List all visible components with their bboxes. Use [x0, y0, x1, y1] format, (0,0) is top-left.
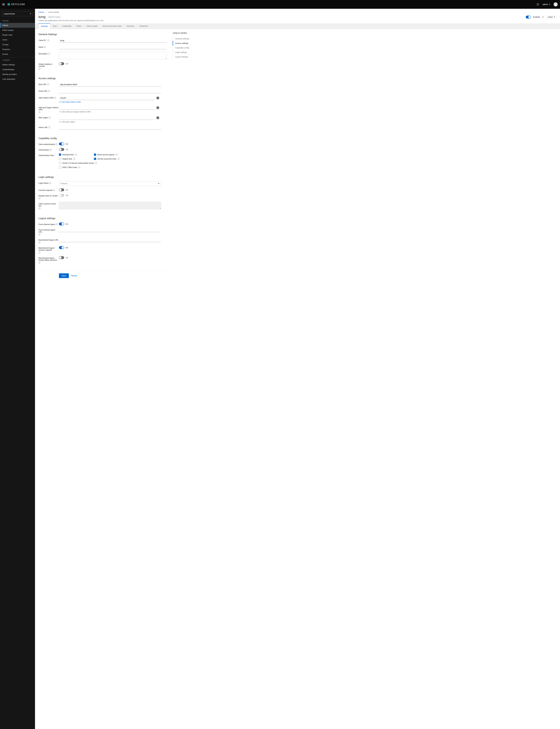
help-icon[interactable]: ? — [54, 97, 56, 99]
help-icon[interactable]: ? — [542, 16, 544, 18]
tab-service-accounts[interactable]: Service accounts roles — [100, 23, 124, 29]
name-input[interactable] — [59, 45, 167, 49]
help-icon[interactable]: ? — [73, 158, 75, 160]
tab-keys[interactable]: Keys — [50, 23, 59, 29]
service-accounts-checkbox[interactable]: ✓ — [94, 158, 96, 160]
caret-down-icon — [30, 13, 31, 14]
tab-advanced[interactable]: Advanced — [137, 23, 150, 29]
user-menu[interactable]: admin — [543, 3, 550, 6]
remove-redirect-button[interactable]: − — [156, 97, 159, 99]
authorization-toggle[interactable] — [59, 148, 64, 151]
help-icon[interactable]: ? — [56, 143, 57, 145]
help-icon[interactable]: ? — [39, 242, 40, 244]
tab-client-scopes[interactable]: Client scopes — [84, 23, 100, 29]
help-icon[interactable]: ? — [49, 117, 51, 119]
nav-events[interactable]: Events — [0, 52, 35, 57]
help-icon[interactable]: ? — [50, 149, 52, 151]
help-icon[interactable]: ? — [53, 189, 55, 191]
help-icon[interactable]: ? — [48, 53, 50, 55]
help-icon[interactable]: ? — [537, 3, 539, 6]
jump-logout[interactable]: Logout settings — [173, 55, 202, 59]
page-title: kong — [39, 15, 45, 19]
backchannel-url-input[interactable] — [59, 238, 161, 242]
help-icon[interactable]: ? — [39, 234, 40, 236]
help-icon[interactable]: ? — [39, 252, 40, 254]
help-icon[interactable]: ? — [75, 154, 77, 156]
home-url-input[interactable] — [59, 89, 161, 93]
jump-general[interactable]: General Settings — [173, 36, 202, 41]
admin-url-input[interactable] — [59, 126, 161, 130]
direct-access-checkbox[interactable]: ✓ — [94, 154, 96, 156]
web-origins-input[interactable] — [59, 116, 155, 120]
help-icon[interactable]: ? — [78, 166, 80, 168]
section-capability: Capability config Client authentication … — [39, 137, 167, 168]
nav-client-scopes[interactable]: Client scopes — [0, 28, 35, 33]
jump-capability[interactable]: Capability config — [173, 46, 202, 50]
help-icon[interactable]: ? — [48, 90, 50, 92]
post-logout-uri-input[interactable] — [59, 106, 155, 110]
tab-sessions[interactable]: Sessions — [124, 23, 137, 29]
front-channel-toggle[interactable] — [59, 223, 64, 226]
standard-flow-checkbox[interactable]: ✓ — [59, 154, 61, 156]
login-theme-select[interactable]: Choose... — [59, 181, 161, 186]
nav-identity-providers[interactable]: Identity providers — [0, 72, 35, 77]
redirect-uri-input[interactable] — [59, 96, 155, 100]
ciba-grant-checkbox[interactable] — [59, 166, 61, 168]
nav-clients[interactable]: Clients — [0, 23, 35, 28]
client-auth-toggle[interactable] — [59, 143, 64, 145]
section-access: Access settings Root URL ? Home URL ? Va… — [39, 77, 167, 130]
help-icon[interactable]: ? — [47, 83, 49, 85]
remove-web-origins-button[interactable]: − — [156, 116, 159, 119]
help-icon[interactable]: ? — [95, 162, 97, 164]
help-icon[interactable]: ? — [49, 182, 51, 184]
nav-section-manage: Manage — [0, 19, 35, 23]
consent-toggle[interactable] — [59, 188, 64, 191]
front-channel-url-input[interactable] — [59, 228, 161, 232]
save-button[interactable]: Save — [59, 273, 69, 278]
revert-button[interactable]: Revert — [71, 273, 77, 278]
display-client-toggle[interactable] — [59, 194, 64, 197]
add-redirect-link[interactable]: ⊕Add valid redirect URIs — [59, 101, 167, 103]
nav-user-federation[interactable]: User federation — [0, 77, 35, 82]
nav-authentication[interactable]: Authentication — [0, 67, 35, 72]
implicit-flow-checkbox[interactable] — [59, 158, 61, 160]
description-input[interactable] — [59, 52, 167, 59]
add-post-logout-link[interactable]: ⊕Add valid post logout redirect URIs — [59, 111, 167, 113]
help-icon[interactable]: ? — [39, 198, 40, 199]
breadcrumb-clients[interactable]: Clients — [39, 11, 44, 13]
nav-sessions[interactable]: Sessions — [0, 47, 35, 52]
help-icon[interactable]: ? — [39, 208, 40, 209]
menu-toggle-icon[interactable] — [2, 4, 5, 5]
device-grant-checkbox[interactable] — [59, 162, 61, 164]
backchannel-session-toggle[interactable] — [59, 246, 64, 249]
client-id-input[interactable] — [59, 39, 167, 43]
jump-login[interactable]: Login settings — [173, 50, 202, 55]
help-icon[interactable]: ? — [48, 126, 50, 128]
jump-access[interactable]: Access settings — [173, 41, 202, 46]
realm-selector[interactable]: experimental — [2, 11, 33, 16]
nav-groups[interactable]: Groups — [0, 42, 35, 47]
help-icon[interactable]: ? — [39, 68, 40, 70]
tab-credentials[interactable]: Credentials — [59, 23, 74, 29]
root-url-input[interactable] — [59, 83, 161, 87]
enabled-toggle[interactable] — [526, 16, 531, 19]
help-icon[interactable]: ? — [39, 262, 40, 264]
tab-roles[interactable]: Roles — [74, 23, 84, 29]
nav-realm-settings[interactable]: Realm settings — [0, 62, 35, 67]
help-icon[interactable]: ? — [47, 39, 49, 41]
help-icon[interactable]: ? — [44, 46, 46, 48]
action-dropdown[interactable]: Action — [546, 15, 557, 19]
help-icon[interactable]: ? — [116, 154, 118, 156]
help-icon[interactable]: ? — [39, 111, 40, 113]
always-display-toggle[interactable] — [59, 62, 64, 65]
nav-realm-roles[interactable]: Realm roles — [0, 33, 35, 37]
avatar[interactable] — [554, 2, 558, 6]
nav-users[interactable]: Users — [0, 37, 35, 42]
backchannel-revoke-toggle[interactable] — [59, 256, 64, 259]
section-title-general: General Settings — [39, 33, 167, 36]
remove-post-logout-button[interactable]: − — [156, 106, 159, 109]
help-icon[interactable]: ? — [56, 223, 58, 225]
tab-settings[interactable]: Settings — [39, 23, 50, 29]
add-web-origins-link[interactable]: ⊕Add web origins — [59, 121, 167, 123]
help-icon[interactable]: ? — [118, 158, 119, 160]
